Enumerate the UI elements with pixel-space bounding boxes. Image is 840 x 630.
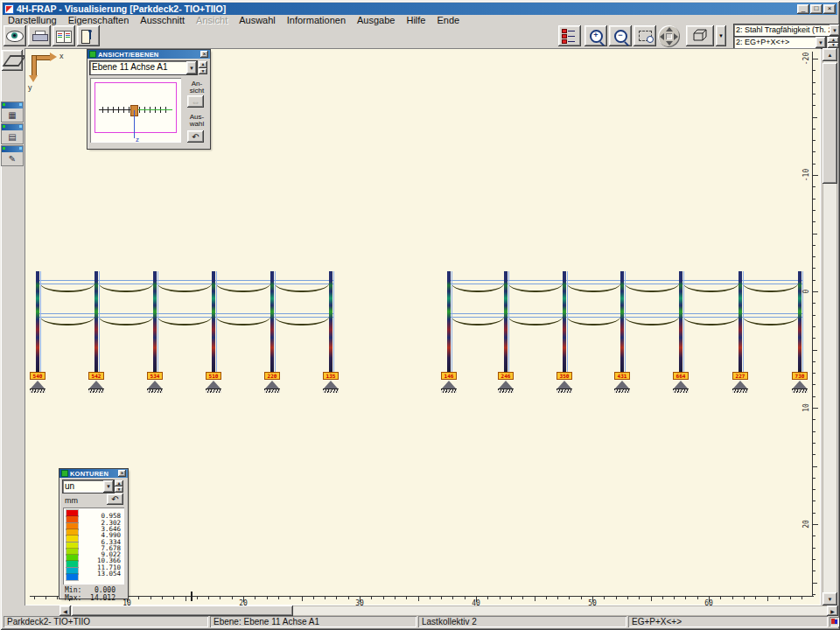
v-ruler-tick: [813, 94, 816, 94]
spin-up-icon[interactable]: ▲: [115, 480, 123, 486]
h-ruler-tick: [767, 597, 768, 601]
exit-button[interactable]: [77, 25, 100, 46]
close-button[interactable]: ×: [823, 4, 836, 14]
beam-deflection-curve: [40, 317, 94, 326]
column-undeformed-line: [216, 271, 217, 372]
node-label: 246: [498, 372, 514, 380]
spin-down-icon[interactable]: ▼: [115, 486, 123, 493]
auswahl-button[interactable]: ↶: [187, 130, 204, 143]
support-hatch-icon: [264, 388, 280, 393]
chevron-down-icon[interactable]: ▼: [186, 61, 197, 74]
h-ruler-tick: [232, 597, 233, 599]
legend-swatch: [66, 549, 78, 555]
eye-icon: [6, 31, 24, 42]
vertical-scrollbar[interactable]: ▲ ▼: [822, 48, 837, 606]
level-select[interactable]: Ebene 11 Achse A1 ▼: [90, 61, 197, 74]
h-ruler-tick: [173, 597, 174, 599]
beam-deflection-curve: [508, 317, 563, 326]
h-ruler-tick: [34, 597, 35, 599]
help-button[interactable]: [52, 25, 75, 46]
column-undeformed-line: [158, 271, 158, 372]
scroll-down-icon[interactable]: ▼: [822, 592, 837, 606]
column-member: [563, 271, 566, 372]
h-ruler-tick: [383, 597, 384, 599]
close-icon[interactable]: ×: [118, 470, 126, 477]
view-3d-button[interactable]: [686, 25, 714, 46]
v-ruler-label: 20: [803, 517, 810, 531]
display-settings-button[interactable]: [558, 25, 581, 46]
window-controls: _ □ ×: [797, 4, 836, 14]
vertical-scroll-thumb[interactable]: [822, 63, 837, 184]
load-case-spinner[interactable]: ▲ ▼: [828, 37, 839, 48]
node-label: 227: [732, 372, 748, 380]
support-triangle-icon: [793, 381, 807, 388]
quantity-spinner[interactable]: ▲ ▼: [115, 480, 123, 493]
x-axis-label: x: [60, 52, 64, 60]
y-axis-label: y: [28, 83, 32, 92]
v-ruler-tick: [813, 129, 816, 130]
chevron-down-icon[interactable]: ▼: [830, 24, 840, 36]
spin-up-icon[interactable]: ▲: [199, 61, 207, 68]
panel-title-bar[interactable]: KONTUREN ×: [60, 469, 128, 478]
h-ruler-tick: [441, 597, 442, 599]
h-ruler-tick: [720, 597, 721, 599]
quantity-select[interactable]: un ▼: [63, 480, 114, 493]
h-ruler-tick: [685, 597, 686, 599]
apply-button[interactable]: ↶: [107, 494, 123, 505]
v-ruler-tick: [813, 70, 816, 71]
legend-swatch: [66, 510, 78, 516]
status-section-4: EG+P+X<+>: [628, 616, 828, 627]
preview-column-tick: [113, 107, 114, 113]
grid-icon: ▦: [2, 108, 23, 122]
support-triangle-icon: [499, 381, 513, 388]
pan-navigator[interactable]: [658, 25, 680, 47]
view-options-button[interactable]: [4, 25, 26, 46]
h-ruler-tick: [395, 597, 396, 599]
support-hatch-icon: [614, 388, 630, 393]
mini-toolwindow-edit[interactable]: ✎: [2, 146, 23, 165]
h-ruler-tick: [511, 597, 512, 599]
zoom-in-button[interactable]: +: [584, 25, 607, 46]
column-undeformed-line: [452, 271, 452, 372]
konturen-panel[interactable]: KONTUREN × un ▼ ▲ ▼ mm ↶ 0.9582.3023.646…: [60, 469, 128, 598]
h-ruler-tick: [674, 597, 675, 599]
pan-down-icon: [666, 41, 673, 46]
zoom-window-button[interactable]: [634, 25, 656, 46]
chevron-down-icon[interactable]: ▼: [816, 37, 826, 48]
h-ruler-tick: [208, 597, 209, 599]
plane-view-button[interactable]: [2, 50, 23, 71]
support-hatch-icon: [206, 388, 221, 393]
legend-min-row: Min: 0.000: [65, 586, 122, 594]
close-icon[interactable]: ×: [200, 51, 208, 58]
ansicht-button[interactable]: ⇔: [187, 95, 204, 108]
legend-swatch: [66, 536, 78, 542]
view-3d-dropdown-button[interactable]: ▼: [716, 25, 726, 46]
maximize-button[interactable]: □: [810, 4, 822, 14]
chevron-down-icon[interactable]: ▼: [103, 480, 114, 493]
result-case-select[interactable]: 2: Stahl Tragfähigkeit (Th. 2. O ▼: [734, 24, 840, 36]
load-case-select[interactable]: 2: EG+P+X<+> ▼: [734, 37, 826, 48]
mini-toolwindow-values[interactable]: ▤: [2, 124, 23, 144]
book-icon: [56, 31, 72, 41]
minimize-button[interactable]: _: [797, 4, 809, 14]
panel-title-bar[interactable]: ANSICHT/EBENEN ×: [88, 50, 210, 59]
beam-deflection-curve: [683, 317, 738, 326]
print-button[interactable]: [28, 25, 51, 46]
legend-max-row: Max: 14.012: [65, 594, 122, 602]
support-hatch-icon: [673, 388, 689, 393]
h-ruler-tick: [336, 597, 337, 599]
drawing-canvas[interactable]: x y 540542534510220135146246350431664227…: [24, 48, 821, 606]
support-triangle-icon: [674, 381, 688, 388]
spin-down-icon[interactable]: ▼: [199, 68, 207, 75]
h-ruler-tick: [535, 597, 536, 601]
settings-tree-icon: [562, 29, 578, 43]
support-triangle-icon: [557, 381, 571, 388]
level-spinner[interactable]: ▲ ▼: [199, 61, 207, 74]
zoom-out-button[interactable]: −: [609, 25, 632, 46]
scroll-up-icon[interactable]: ▲: [822, 48, 837, 61]
h-ruler-tick: [779, 597, 780, 599]
mini-toolwindow-grid[interactable]: ▦: [2, 102, 23, 122]
column-undeformed-line: [508, 271, 509, 372]
list-icon: ▤: [2, 130, 23, 144]
ansicht-ebenen-panel[interactable]: ANSICHT/EBENEN × Ebene 11 Achse A1 ▼ ▲ ▼…: [88, 50, 210, 149]
